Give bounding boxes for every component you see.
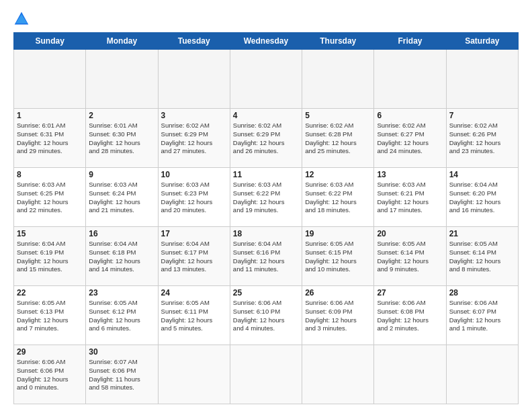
day-detail: Sunrise: 6:06 AM xyxy=(377,299,443,308)
day-detail: Sunrise: 6:04 AM xyxy=(233,240,299,248)
calendar-cell: 1Sunrise: 6:01 AMSunset: 6:31 PMDaylight… xyxy=(14,109,86,168)
calendar-cell: 29Sunrise: 6:06 AMSunset: 6:06 PMDayligh… xyxy=(14,345,86,404)
day-detail: Sunset: 6:10 PM xyxy=(233,308,299,316)
day-detail: and 22 minutes. xyxy=(17,206,83,215)
day-detail: Sunset: 6:22 PM xyxy=(305,189,371,198)
day-detail: Sunset: 6:07 PM xyxy=(449,308,515,316)
day-detail: and 29 minutes. xyxy=(17,147,83,156)
day-detail: Daylight: 12 hours xyxy=(17,198,83,207)
header-saturday: Saturday xyxy=(446,33,518,50)
calendar-week-5: 22Sunrise: 6:05 AMSunset: 6:13 PMDayligh… xyxy=(14,286,519,345)
day-number: 10 xyxy=(161,170,227,179)
day-number: 22 xyxy=(17,288,83,298)
day-detail: and 11 minutes. xyxy=(233,265,299,274)
day-detail: Daylight: 12 hours xyxy=(161,198,227,207)
day-detail: Sunset: 6:27 PM xyxy=(377,130,443,139)
day-detail: and 21 minutes. xyxy=(89,206,154,215)
logo xyxy=(13,11,32,27)
day-number: 14 xyxy=(449,170,515,179)
day-detail: Daylight: 11 hours xyxy=(89,375,154,384)
calendar-cell: 30Sunrise: 6:07 AMSunset: 6:06 PMDayligh… xyxy=(86,345,158,404)
calendar-cell: 4Sunrise: 6:02 AMSunset: 6:29 PMDaylight… xyxy=(230,109,302,168)
day-detail: Sunrise: 6:02 AM xyxy=(233,122,299,130)
calendar-cell: 23Sunrise: 6:05 AMSunset: 6:12 PMDayligh… xyxy=(86,286,158,345)
day-detail: Daylight: 12 hours xyxy=(305,198,371,207)
day-number: 25 xyxy=(233,288,299,298)
day-detail: Sunrise: 6:03 AM xyxy=(377,181,443,189)
day-detail: and 15 minutes. xyxy=(17,265,83,274)
calendar-cell xyxy=(446,50,518,109)
day-detail: Sunrise: 6:05 AM xyxy=(17,299,83,308)
day-detail: and 26 minutes. xyxy=(233,147,299,156)
day-detail: and 25 minutes. xyxy=(305,147,371,156)
calendar-week-4: 15Sunrise: 6:04 AMSunset: 6:19 PMDayligh… xyxy=(14,227,519,286)
calendar-cell xyxy=(446,345,518,404)
page: Sunday Monday Tuesday Wednesday Thursday… xyxy=(0,0,532,411)
calendar-cell xyxy=(374,50,446,109)
day-detail: and 28 minutes. xyxy=(89,147,154,156)
day-number: 16 xyxy=(89,229,154,238)
day-detail: Sunset: 6:31 PM xyxy=(17,130,83,139)
day-detail: Sunset: 6:24 PM xyxy=(89,189,154,198)
day-number: 30 xyxy=(89,347,154,357)
day-detail: Sunset: 6:21 PM xyxy=(377,189,443,198)
day-detail: Daylight: 12 hours xyxy=(17,316,83,325)
day-number: 3 xyxy=(161,111,227,120)
day-detail: Daylight: 12 hours xyxy=(305,316,371,325)
header-monday: Monday xyxy=(86,33,158,50)
calendar-cell: 24Sunrise: 6:05 AMSunset: 6:11 PMDayligh… xyxy=(158,286,230,345)
day-detail: Daylight: 12 hours xyxy=(233,316,299,325)
calendar-cell: 11Sunrise: 6:03 AMSunset: 6:22 PMDayligh… xyxy=(230,168,302,227)
calendar-week-3: 8Sunrise: 6:03 AMSunset: 6:25 PMDaylight… xyxy=(14,168,519,227)
day-detail: Sunrise: 6:02 AM xyxy=(449,122,515,130)
day-detail: and 17 minutes. xyxy=(377,206,443,215)
day-number: 2 xyxy=(89,111,154,120)
day-detail: Daylight: 12 hours xyxy=(233,257,299,266)
calendar-cell: 15Sunrise: 6:04 AMSunset: 6:19 PMDayligh… xyxy=(14,227,86,286)
day-detail: Sunrise: 6:05 AM xyxy=(89,299,154,308)
day-detail: Sunrise: 6:07 AM xyxy=(89,358,154,367)
day-number: 21 xyxy=(449,229,515,238)
day-detail: and 14 minutes. xyxy=(89,265,154,274)
calendar-cell: 8Sunrise: 6:03 AMSunset: 6:25 PMDaylight… xyxy=(14,168,86,227)
calendar-cell: 9Sunrise: 6:03 AMSunset: 6:24 PMDaylight… xyxy=(86,168,158,227)
calendar-cell: 5Sunrise: 6:02 AMSunset: 6:28 PMDaylight… xyxy=(302,109,374,168)
calendar-week-2: 1Sunrise: 6:01 AMSunset: 6:31 PMDaylight… xyxy=(14,109,519,168)
day-detail: Daylight: 12 hours xyxy=(17,257,83,266)
header-friday: Friday xyxy=(374,33,446,50)
day-number: 4 xyxy=(233,111,299,120)
day-detail: Sunset: 6:28 PM xyxy=(305,130,371,139)
day-detail: Sunrise: 6:03 AM xyxy=(17,181,83,189)
day-detail: Sunset: 6:06 PM xyxy=(89,367,154,375)
calendar-cell: 12Sunrise: 6:03 AMSunset: 6:22 PMDayligh… xyxy=(302,168,374,227)
day-detail: Daylight: 12 hours xyxy=(449,139,515,148)
day-detail: and 8 minutes. xyxy=(449,265,515,274)
day-detail: Daylight: 12 hours xyxy=(377,198,443,207)
day-detail: Sunset: 6:26 PM xyxy=(449,130,515,139)
calendar-cell xyxy=(302,50,374,109)
day-detail: Daylight: 12 hours xyxy=(233,198,299,207)
calendar-cell: 10Sunrise: 6:03 AMSunset: 6:23 PMDayligh… xyxy=(158,168,230,227)
day-detail: Daylight: 12 hours xyxy=(17,375,83,384)
calendar-header-row: Sunday Monday Tuesday Wednesday Thursday… xyxy=(14,33,519,50)
svg-marker-1 xyxy=(15,14,27,24)
logo-icon xyxy=(13,11,30,27)
day-detail: Sunrise: 6:05 AM xyxy=(377,240,443,248)
header-thursday: Thursday xyxy=(302,33,374,50)
day-detail: Sunset: 6:19 PM xyxy=(17,248,83,257)
day-detail: Sunset: 6:06 PM xyxy=(17,367,83,375)
day-detail: Sunrise: 6:02 AM xyxy=(377,122,443,130)
day-detail: Sunrise: 6:05 AM xyxy=(305,240,371,248)
day-detail: and 1 minute. xyxy=(449,324,515,333)
calendar-cell: 14Sunrise: 6:04 AMSunset: 6:20 PMDayligh… xyxy=(446,168,518,227)
day-detail: Daylight: 12 hours xyxy=(305,139,371,148)
calendar-cell: 17Sunrise: 6:04 AMSunset: 6:17 PMDayligh… xyxy=(158,227,230,286)
day-detail: Daylight: 12 hours xyxy=(161,316,227,325)
day-detail: Daylight: 12 hours xyxy=(449,316,515,325)
day-detail: and 2 minutes. xyxy=(377,324,443,333)
day-detail: and 27 minutes. xyxy=(161,147,227,156)
day-detail: Sunrise: 6:04 AM xyxy=(161,240,227,248)
day-detail: and 58 minutes. xyxy=(89,383,154,392)
day-detail: Sunrise: 6:03 AM xyxy=(305,181,371,189)
calendar-cell: 13Sunrise: 6:03 AMSunset: 6:21 PMDayligh… xyxy=(374,168,446,227)
